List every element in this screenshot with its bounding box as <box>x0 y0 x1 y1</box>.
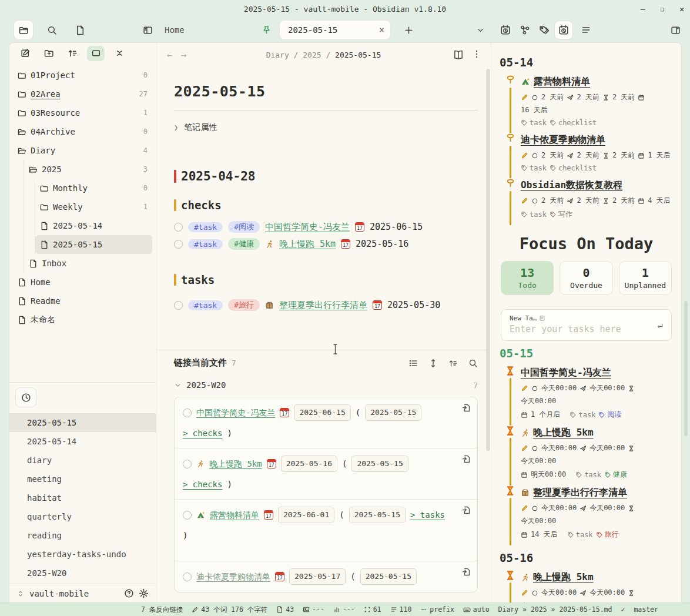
right-sidebar-toggle[interactable] <box>666 21 684 39</box>
file-import-icon[interactable] <box>462 403 471 413</box>
tree-folder-04archive[interactable]: 04Archive0 <box>13 122 152 141</box>
file-import-icon[interactable] <box>462 567 471 577</box>
backlink-item[interactable]: 露营物料清单 17 2025-06-01 ( 2025-05-15 > task… <box>175 499 477 561</box>
tag-pill[interactable]: #阅读 <box>228 221 260 233</box>
task-checkbox[interactable] <box>174 240 183 249</box>
tag-chip[interactable]: 健康 <box>604 470 627 480</box>
vault-switcher[interactable]: vault-mobile <box>9 584 156 602</box>
note-link[interactable]: 整理夏季出行行李清单 <box>279 300 367 311</box>
tree-folder-diary[interactable]: Diary4 <box>13 141 152 160</box>
tab-active[interactable]: 2025-05-15 × <box>280 21 390 39</box>
backlink-item[interactable]: 晚上慢跑 5km 17 2025-05-16 ( 2025-05-15 > ch… <box>175 448 477 499</box>
tag-chip[interactable]: 旅行 <box>596 530 619 540</box>
anchor-link[interactable]: > checks <box>183 477 222 492</box>
tags-view-button[interactable] <box>535 21 553 39</box>
tag-chip[interactable]: 写作 <box>550 209 572 219</box>
tag-pill[interactable]: #task <box>188 300 223 310</box>
task-checkbox[interactable] <box>183 409 192 417</box>
new-note-button[interactable] <box>16 46 34 61</box>
files-ribbon-button[interactable] <box>14 21 33 39</box>
stat-unplanned[interactable]: 1 Unplanned <box>619 261 672 295</box>
tag-pill[interactable]: #task <box>188 222 223 232</box>
recent-item[interactable]: diary <box>9 451 156 470</box>
recent-item[interactable]: reading <box>9 526 156 545</box>
note-ribbon-button[interactable] <box>71 21 89 39</box>
recent-item[interactable]: habitat <box>9 488 156 507</box>
task-checkbox[interactable] <box>183 460 192 468</box>
tree-file-untitled[interactable]: 未命名 <box>13 310 152 329</box>
maximize-button[interactable]: ❏ <box>661 5 665 13</box>
tag-pill[interactable]: #健康 <box>228 238 260 250</box>
task-link[interactable]: 露营物料清单 <box>534 75 590 89</box>
new-folder-button[interactable] <box>40 46 58 61</box>
daily-note-button[interactable] <box>497 21 514 39</box>
tree-file-readme[interactable]: Readme <box>13 292 152 310</box>
tag-pill[interactable]: #旅行 <box>228 299 260 311</box>
tag-chip[interactable]: checklist <box>550 119 597 127</box>
tab-close-icon[interactable]: × <box>379 25 384 35</box>
recent-item[interactable]: 2025-05-14 <box>9 432 156 451</box>
tag-chip[interactable]: checklist <box>550 164 597 172</box>
graph-view-button[interactable] <box>516 21 534 39</box>
search-ribbon-button[interactable] <box>42 21 61 39</box>
tree-folder-weekly[interactable]: Weekly1 <box>35 197 152 216</box>
new-task-box[interactable]: New Ta… ↵ <box>501 309 672 341</box>
help-icon[interactable] <box>124 588 134 598</box>
expand-icon[interactable] <box>428 359 438 368</box>
tasks-calendar-button[interactable] <box>555 21 572 39</box>
stat-overdue[interactable]: 0 Overdue <box>560 261 612 295</box>
note-link[interactable]: 中国哲学简史-冯友兰 <box>265 222 350 233</box>
note-body[interactable]: 2025-05-15 ❯笔记属性 2025-04-28 checks #task… <box>156 83 491 311</box>
tree-file-2025-05-14[interactable]: 2025-05-14 <box>35 216 152 235</box>
note-link[interactable]: 晚上慢跑 5km <box>209 456 262 471</box>
backlink-item[interactable]: 中国哲学简史-冯友兰 17 2025-06-15 ( 2025-05-15 > … <box>175 397 477 448</box>
task-checkbox[interactable] <box>183 573 192 581</box>
pin-icon[interactable] <box>262 25 272 35</box>
tab-home[interactable]: Home <box>165 25 185 35</box>
task-checkbox[interactable] <box>174 301 183 310</box>
task-link[interactable]: 晚上慢跑 5km <box>533 426 594 440</box>
card-view-button[interactable] <box>87 46 105 61</box>
list-bullet-icon[interactable] <box>408 359 418 368</box>
minimize-button[interactable]: – <box>641 5 645 14</box>
backlink-item[interactable]: 迪卡侬夏季购物清单 17 2025-05-17 ( 2025-05-15 <box>175 561 477 592</box>
tree-folder-02area[interactable]: 02Area27 <box>13 85 152 103</box>
recent-item[interactable]: 2025-05-15 <box>9 413 156 432</box>
tag-chip[interactable]: 阅读 <box>598 410 621 420</box>
window-scrollbar[interactable] <box>682 42 690 602</box>
task-link[interactable]: 晚上慢跑 5km <box>533 570 594 584</box>
tag-chip[interactable]: task <box>570 411 595 419</box>
close-button[interactable]: ✕ <box>679 5 684 14</box>
gear-icon[interactable] <box>139 588 149 598</box>
tab-list-dropdown[interactable] <box>471 21 489 39</box>
editor-scrollbar[interactable] <box>486 69 490 451</box>
outline-button[interactable] <box>577 21 595 39</box>
new-task-input[interactable] <box>510 324 640 334</box>
tag-chip[interactable]: task <box>521 119 547 127</box>
recent-item[interactable]: yesterday-tasks-undo <box>9 545 156 564</box>
note-link[interactable]: 露营物料清单 <box>210 507 259 523</box>
tag-chip[interactable]: task <box>567 531 593 539</box>
stat-todo[interactable]: 13 Todo <box>501 261 554 295</box>
tree-file-2025-05-15[interactable]: 2025-05-15 <box>35 235 152 254</box>
collapse-all-button[interactable] <box>110 46 128 61</box>
note-link[interactable]: 中国哲学简史-冯友兰 <box>196 405 275 420</box>
search-icon[interactable] <box>468 359 478 368</box>
anchor-link[interactable]: > checks <box>183 426 222 441</box>
recent-files-button[interactable] <box>15 387 36 407</box>
task-link[interactable]: Obsidian数据恢复教程 <box>521 179 622 190</box>
new-tab-button[interactable] <box>400 21 417 39</box>
tag-pill[interactable]: #task <box>188 239 223 249</box>
task-link[interactable]: 中国哲学简史-冯友兰 <box>521 367 611 378</box>
task-link[interactable]: 迪卡侬夏季购物清单 <box>521 134 605 145</box>
task-checkbox[interactable] <box>174 223 183 232</box>
left-sidebar-toggle[interactable] <box>139 21 156 39</box>
tag-chip[interactable]: task <box>521 210 547 219</box>
properties-toggle[interactable]: ❯笔记属性 <box>174 122 478 133</box>
tree-folder-2025[interactable]: 20253 <box>24 160 152 179</box>
sort-button[interactable] <box>63 46 81 61</box>
backlinks-group-toggle[interactable]: 2025-W20 7 <box>174 380 478 390</box>
tree-folder-monthly[interactable]: Monthly0 <box>35 179 152 197</box>
note-link[interactable]: 晚上慢跑 5km <box>279 239 336 250</box>
tag-chip[interactable]: task <box>521 164 547 172</box>
